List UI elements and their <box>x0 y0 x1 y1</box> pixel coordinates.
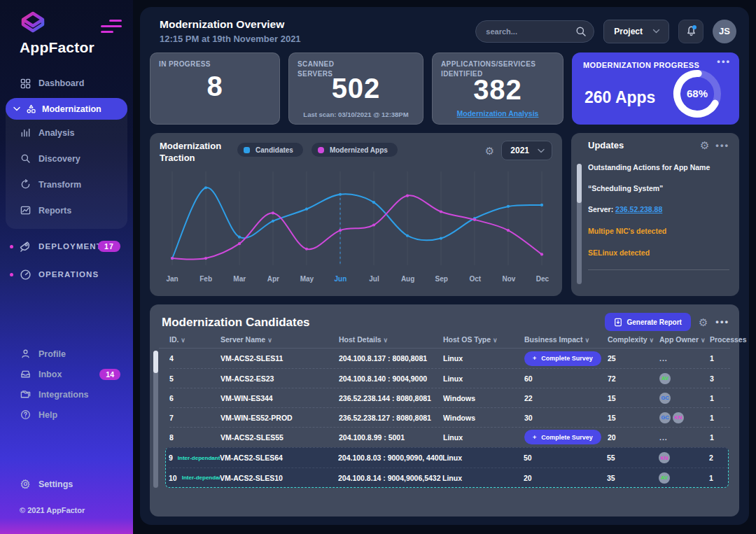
column-header[interactable]: Host Details ∨ <box>339 335 443 344</box>
gear-icon[interactable]: ⚙ <box>699 317 708 328</box>
modernization-group: Modernization Analysis Discovery Transfo… <box>6 98 127 229</box>
gear-icon[interactable]: ⚙ <box>700 140 709 150</box>
stat-card-scanned-servers: SCANNED SERVERS 502 Last scan: 03/10/202… <box>288 52 424 125</box>
page-header: Modernization Overview 12:15 PM at 19th … <box>150 15 739 44</box>
month-label[interactable]: Oct <box>469 275 481 283</box>
month-label[interactable]: Mar <box>233 275 246 283</box>
more-options-icon[interactable]: ••• <box>717 59 731 64</box>
scrollbar[interactable] <box>153 351 158 488</box>
host-os: Linux <box>443 374 524 383</box>
table-row[interactable]: 7VM-WIN-ES52-PROD236.52.238.127 : 8080,8… <box>169 407 730 427</box>
month-label[interactable]: Jul <box>369 275 379 283</box>
server-ip-link[interactable]: 236.52.238.88 <box>615 205 662 213</box>
sidebar-item-inbox[interactable]: Inbox 14 <box>0 364 133 384</box>
complete-survey-button[interactable]: +Complete Survey <box>524 351 601 366</box>
legend-candidates[interactable]: Candidates <box>237 142 304 157</box>
scrollbar[interactable] <box>577 164 582 284</box>
column-header[interactable]: Server Name ∨ <box>220 335 339 344</box>
column-header[interactable]: ID. ∨ <box>169 335 220 344</box>
table-row[interactable]: 10Inter-dependantVM-ACS2-SLES10204.100.8… <box>169 468 728 487</box>
row-id: 5 <box>169 374 174 383</box>
chevron-down-icon <box>538 148 545 153</box>
sidebar-item-reports[interactable]: Reports <box>6 197 127 223</box>
more-options-icon[interactable]: ••• <box>715 320 729 324</box>
legend-modernized-apps[interactable]: Modernized Apps <box>311 142 398 157</box>
inter-dependant-tag: Inter-dependant <box>182 475 220 481</box>
table-row[interactable]: 5VM-ACS2-ES23204.100.8.140 : 9004,9000Li… <box>169 368 730 388</box>
table-row[interactable]: 6VM-WIN-ES344236.52.238.144 : 8080,8081W… <box>169 388 730 407</box>
month-label[interactable]: Feb <box>200 275 212 283</box>
processes: 1 <box>710 354 730 363</box>
person-icon <box>20 349 31 359</box>
column-header[interactable]: Processes <box>710 335 747 344</box>
owner-more[interactable]: ... <box>659 354 668 363</box>
host-details: 236.52.238.144 : 8080,8081 <box>339 394 443 402</box>
owner-avatar[interactable]: GC <box>659 412 671 423</box>
user-avatar[interactable]: JS <box>713 20 736 43</box>
year-dropdown[interactable]: 2021 <box>501 141 552 160</box>
month-label[interactable]: Jun <box>335 275 347 283</box>
last-scan-note: Last scan: 03/10/2021 @ 12:38PM <box>289 111 423 118</box>
search-icon[interactable] <box>575 26 587 37</box>
update-line: Outstanding Actions for App Name <box>588 163 729 171</box>
menu-toggle-icon[interactable] <box>101 20 122 36</box>
owner-avatar[interactable]: GC <box>659 393 671 404</box>
month-label[interactable]: May <box>300 275 314 283</box>
month-label[interactable]: Apr <box>267 275 279 283</box>
complexity: 72 <box>608 374 659 383</box>
month-label[interactable]: Jan <box>166 275 178 283</box>
table-row[interactable]: 8VM-ACS2-SLES55204.100.8.99 : 5001Linux+… <box>169 427 730 447</box>
main-area: Modernization Overview 12:15 PM at 19th … <box>133 0 756 534</box>
modernization-analysis-link[interactable]: Modernization Analysis <box>433 109 563 118</box>
divider <box>588 269 729 270</box>
sidebar-item-profile[interactable]: Profile <box>0 344 133 364</box>
sidebar-item-transform[interactable]: Transform <box>6 171 127 197</box>
sidebar-item-integrations[interactable]: Integrations <box>0 384 133 405</box>
month-label[interactable]: Nov <box>502 275 515 283</box>
host-os: Linux <box>443 433 524 442</box>
appfactor-logo-icon <box>20 10 46 38</box>
column-header[interactable]: Business Impact ∨ <box>524 335 608 344</box>
generate-report-button[interactable]: Generate Report <box>605 313 691 331</box>
owner-more[interactable]: ... <box>659 433 668 442</box>
column-header[interactable]: Complexity ∨ <box>608 335 659 344</box>
server-name: VM-ACS2-SLES55 <box>220 433 339 442</box>
sidebar-item-deployment[interactable]: DEPLOYMENT 17 <box>0 236 133 257</box>
processes: 2 <box>709 454 728 462</box>
chevron-down-icon <box>13 106 20 111</box>
sidebar-item-operations[interactable]: OPERATIONS <box>0 264 133 285</box>
month-label[interactable]: Dec <box>536 275 549 283</box>
row-id: 9 <box>169 454 173 462</box>
owner-avatar[interactable]: AV <box>659 373 671 384</box>
traction-chart-panel: ModernizationTraction Candidates Moderni… <box>150 133 562 296</box>
owner-avatar[interactable]: AV <box>659 472 670 484</box>
complete-survey-button[interactable]: +Complete Survey <box>524 430 601 444</box>
sidebar-item-help[interactable]: Help <box>0 405 133 425</box>
chevron-down-icon <box>652 29 660 34</box>
more-options-icon[interactable]: ••• <box>715 143 729 148</box>
month-label[interactable]: Aug <box>401 275 414 283</box>
project-dropdown[interactable]: Project <box>603 20 669 43</box>
month-label[interactable]: Sep <box>435 275 448 283</box>
column-header[interactable]: Host OS Type ∨ <box>443 335 524 344</box>
sidebar-item-settings[interactable]: Settings <box>0 474 133 494</box>
owner-avatar[interactable]: KN <box>673 412 684 423</box>
gear-icon[interactable]: ⚙ <box>485 146 494 156</box>
sidebar-item-modernization[interactable]: Modernization <box>6 98 127 120</box>
sidebar-item-discovery[interactable]: Discovery <box>6 146 127 171</box>
host-os: Windows <box>443 414 524 422</box>
sidebar-item-dashboard[interactable]: Dashboard <box>0 73 133 94</box>
sidebar-item-analysis[interactable]: Analysis <box>6 120 127 146</box>
processes: 3 <box>710 374 730 383</box>
stat-label: IN PROGRESS <box>159 59 264 69</box>
content-container: Modernization Overview 12:15 PM at 19th … <box>140 7 749 525</box>
row-id: 4 <box>169 354 174 363</box>
column-header[interactable]: App Owner ∨ <box>659 335 710 344</box>
table-row[interactable]: 9Inter-dependantVM-ACS2-SLES64204.100.8.… <box>169 448 728 468</box>
inter-dependant-tag: Inter-dependant <box>178 455 220 461</box>
owner-avatar[interactable]: KN <box>659 452 670 463</box>
business-impact: 50 <box>524 454 607 462</box>
app-owner-cell: KN <box>659 452 709 463</box>
notifications-button[interactable] <box>678 20 704 43</box>
table-row[interactable]: 4VM-ACS2-SLES11204.100.8.137 : 8080,8081… <box>169 349 730 368</box>
